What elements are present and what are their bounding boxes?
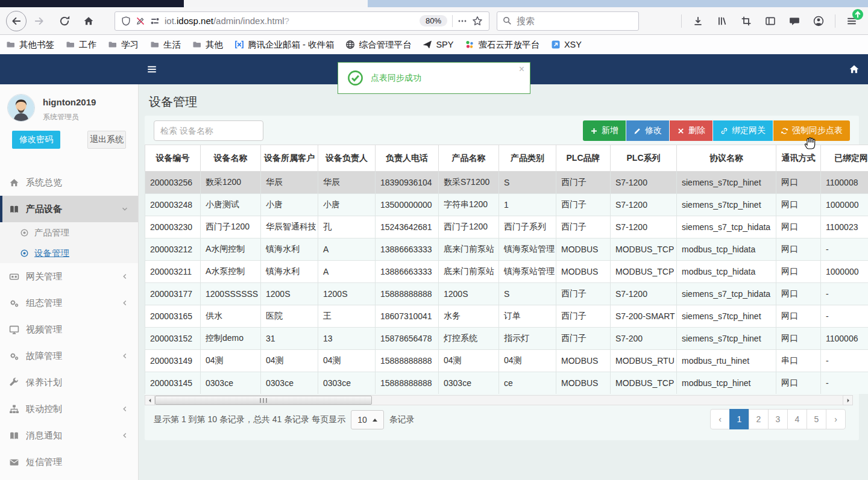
pocket-button[interactable] [784,11,805,31]
menu-button[interactable] [841,11,862,31]
column-header[interactable]: 设备名称 [201,145,261,172]
next-page-button[interactable]: › [826,409,846,429]
sidebar-collapse-button[interactable] [146,64,157,74]
table-row[interactable]: 2000031450303ce0303ce0303ce1588888888803… [145,372,868,394]
avatar[interactable] [7,94,35,122]
sidebar-item[interactable]: 网关管理 [0,263,138,290]
scrollbar-track[interactable] [155,395,843,405]
column-header[interactable]: 产品类别 [499,145,556,172]
sidebar-toggle-button[interactable] [760,11,781,31]
zoom-level-badge[interactable]: 80% [420,15,447,26]
column-header[interactable]: 设备所属客户 [261,145,318,172]
table-row[interactable]: 200003230西门子1200华辰智通科技孔15243642681西门子120… [145,216,868,238]
scroll-right-button[interactable] [843,395,853,405]
screen: iot.idosp.net/admin/index.html? 80% 其他 [0,0,868,480]
column-header[interactable]: 设备编号 [145,145,201,172]
sidebar-item[interactable]: 大屏管理 [0,475,138,480]
column-header[interactable]: 设备负责人 [318,145,376,172]
active-tab[interactable] [184,0,368,7]
sidebar-item[interactable]: 联动控制 [0,396,138,422]
add-device-button[interactable]: 新增 [583,120,626,141]
delete-device-button[interactable]: 删除 [670,120,712,141]
table-cell: 1200SSSSSS [201,283,261,305]
table-row[interactable]: 200003248小唐测试小唐小唐13500000000字符串12001西门子S… [145,194,868,216]
table-cell: siemens_s7tcp_hinet [677,172,776,194]
blocked-content-icon[interactable] [136,16,145,26]
bookmark-item[interactable]: 学习 [108,39,139,51]
bookmark-star-icon[interactable] [472,16,483,26]
page-button-4[interactable]: 4 [787,409,807,429]
change-password-button[interactable]: 修改密码 [12,131,60,149]
bookmark-item[interactable]: 其他书签 [6,39,54,51]
bookmark-label: 学习 [121,39,139,51]
sidebar-item[interactable]: 产品设备 [0,196,138,222]
page-button-1[interactable]: 1 [729,409,749,429]
bind-gateway-button[interactable]: 绑定网关 [713,120,773,141]
sidebar-item[interactable]: 故障管理 [0,343,138,369]
sidebar-item[interactable]: 消息通知 [0,422,138,449]
sidebar-subitem[interactable]: 设备管理 [0,243,138,263]
device-search-input[interactable] [154,120,263,141]
sidebar-subitem[interactable]: 产品管理 [0,222,138,243]
browser-search-input[interactable] [517,16,619,26]
bookmark-item[interactable]: SPY [423,40,453,49]
table-cell: - [821,283,868,305]
account-button[interactable] [808,11,829,31]
bookmark-item[interactable]: 其他 [192,39,223,51]
sidebar-item[interactable]: 组态管理 [0,290,138,316]
table-row[interactable]: 20000314904测04测04测1588888888804测04测MODBU… [145,350,868,372]
page-size-dropdown[interactable]: 10 [351,410,384,429]
page-button-2[interactable]: 2 [749,409,769,429]
browser-search-box[interactable] [497,11,639,31]
library-button[interactable] [712,11,732,31]
home-button[interactable] [78,11,99,31]
reload-button[interactable] [54,11,75,31]
bookmark-item[interactable]: 工作 [66,39,96,51]
table-row[interactable]: 200003256数采1200华辰华辰18390936104数采S71200S西… [145,172,868,194]
edit-device-button[interactable]: 修改 [626,120,669,141]
scrollbar-thumb[interactable] [155,396,372,405]
column-header[interactable]: 负责人电话 [376,145,439,172]
sidebar-item[interactable]: 系统总览 [0,169,138,196]
horizontal-scrollbar[interactable] [145,395,853,405]
screenshot-button[interactable] [736,11,756,31]
sidebar-item[interactable]: 保养计划 [0,369,138,396]
url-bar[interactable]: iot.idosp.net/admin/index.html? 80% [115,11,489,31]
column-header[interactable]: PLC系列 [611,145,677,172]
bookmark-item[interactable]: 综合管理平台 [345,39,411,51]
prev-page-button[interactable]: ‹ [710,409,730,429]
sidebar-subitem-label: 设备管理 [34,248,69,259]
page-actions-icon[interactable] [458,16,467,26]
table-cell: 04测 [261,350,318,372]
bookmark-item[interactable]: 萤石云开放平台 [465,39,539,51]
shield-icon[interactable] [121,16,131,26]
permissions-icon[interactable] [150,16,160,26]
link-icon [720,127,728,135]
table-row[interactable]: 200003212A水闸控制镇海水利A13886663333底来门前泵站镇海泵站… [145,238,868,261]
sidebar-item[interactable]: 视频管理 [0,316,138,343]
downloads-button[interactable] [688,11,708,31]
back-button[interactable] [6,11,27,31]
page-button-5[interactable]: 5 [807,409,826,429]
bookmark-item[interactable]: 生活 [150,39,181,51]
column-header[interactable]: 已绑定网关 [821,145,868,172]
scroll-left-button[interactable] [145,395,155,405]
column-header[interactable]: 协议名称 [677,145,776,172]
forward-icon [34,16,45,26]
table-row[interactable]: 200003211A水泵控制镇海水利A13886663333底来门前泵站镇海泵站… [145,261,868,283]
column-header[interactable]: 产品名称 [439,145,499,172]
scroll-left-icon [147,397,153,404]
toast-close-button[interactable]: × [519,64,524,75]
logout-button[interactable]: 退出系统 [87,131,126,149]
table-cell: - [821,305,868,328]
page-button-3[interactable]: 3 [768,409,788,429]
app-home-button[interactable] [849,64,860,75]
table-row[interactable]: 200003152控制demo311315878656478灯控系统指示灯西门子… [145,328,868,350]
table-row[interactable]: 200003165供水医院王18607310041水务订单西门子S7-200-S… [145,305,868,328]
column-header[interactable]: PLC品牌 [556,145,611,172]
forward-button[interactable] [29,11,49,31]
table-row[interactable]: 2000031771200SSSSSS1200S1200S15888888888… [145,283,868,305]
sidebar-item[interactable]: 短信管理 [0,449,138,475]
bookmark-item[interactable]: XSY [551,40,582,49]
bookmark-item[interactable]: 腾讯企业邮箱 - 收件箱 [234,39,334,51]
